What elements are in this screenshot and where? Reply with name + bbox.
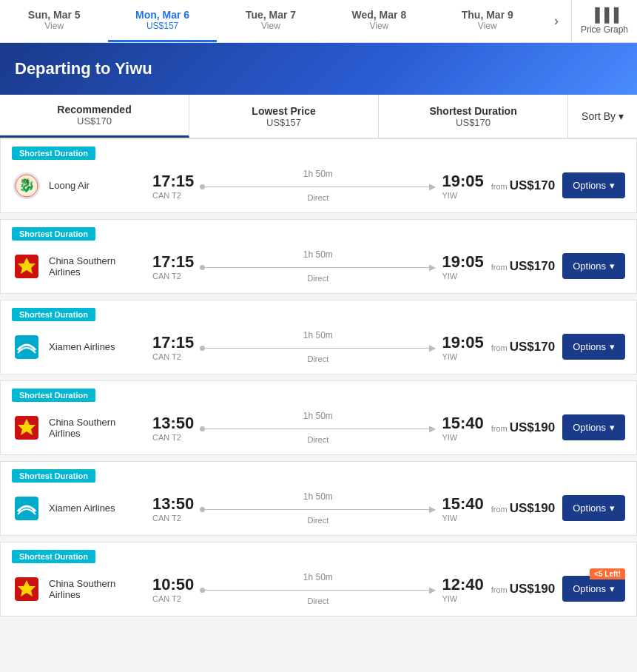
next-dates-arrow[interactable]: › <box>542 0 571 42</box>
flight-stop-type: Direct <box>307 597 328 605</box>
arrival-time: 19:05 <box>442 252 483 272</box>
route-line: ▶ <box>200 504 436 514</box>
options-btn-wrapper: Options ▾ <box>562 414 625 440</box>
date-sublabel: View <box>261 21 280 31</box>
arrival-airport: YIW <box>442 272 483 280</box>
departure-block: 17:15 CAN T2 <box>152 172 194 200</box>
departing-header: Departing to Yiwu <box>0 43 637 95</box>
options-button[interactable]: Options ▾ <box>562 495 625 521</box>
departure-airport: CAN T2 <box>152 272 194 280</box>
sort-recommended-label: Recommended <box>57 104 131 115</box>
price-section: from US$170 Options ▾ <box>491 253 625 279</box>
flight-row: Xiamen Airlines 17:15 CAN T2 1h 50m ▶ Di… <box>1 321 636 374</box>
from-text: from <box>491 505 510 514</box>
flight-duration: 1h 50m <box>303 249 333 260</box>
departure-airport: CAN T2 <box>152 514 194 523</box>
route-line: ▶ <box>200 585 436 595</box>
route-bar <box>205 429 431 429</box>
shortest-duration-badge: Shortest Duration <box>12 389 95 402</box>
flight-line: 1h 50m ▶ Direct <box>200 330 436 363</box>
departure-block: 13:50 CAN T2 <box>152 414 194 442</box>
arrival-time: 15:40 <box>442 414 483 433</box>
sort-shortest-label: Shortest Duration <box>429 105 516 117</box>
route-arrow-icon: ▶ <box>429 423 436 434</box>
options-button[interactable]: Options ▾ <box>562 253 625 279</box>
from-text: from <box>491 424 510 433</box>
departure-airport: CAN T2 <box>152 433 194 442</box>
seats-left-badge: <5 Left! <box>590 568 625 579</box>
xiamen-airlines-logo <box>13 495 40 522</box>
flight-line: 1h 50m ▶ Direct <box>200 169 436 202</box>
arrival-airport: YIW <box>442 433 483 442</box>
date-tab-thu-mar9[interactable]: Thu, Mar 9 View <box>434 0 542 42</box>
chevron-down-icon: ▾ <box>610 341 615 352</box>
options-button[interactable]: Options ▾ <box>562 414 625 440</box>
china-southern-logo <box>13 576 40 602</box>
departure-time: 17:15 <box>152 252 194 272</box>
loong-air-logo: 🐉 <box>13 172 40 199</box>
options-btn-wrapper: Options ▾ <box>562 253 625 279</box>
airline-name: China Southern Airlines <box>49 255 145 278</box>
dep-dot <box>200 184 205 189</box>
sort-by-dropdown[interactable]: Sort By ▾ <box>568 95 637 138</box>
sort-recommended[interactable]: Recommended US$170 <box>0 95 189 138</box>
from-text: from <box>491 263 510 272</box>
options-btn-wrapper: Options ▾ <box>562 334 625 360</box>
price-from-label: from US$190 <box>491 501 556 516</box>
flight-card-flight-2: Shortest Duration China Southern Airline… <box>0 219 637 294</box>
flight-duration: 1h 50m <box>303 330 333 340</box>
flight-card-flight-4: Shortest Duration China Southern Airline… <box>0 380 637 455</box>
price-value: US$170 <box>510 259 555 273</box>
flight-times: 17:15 CAN T2 1h 50m ▶ Direct 19:05 YIW <box>152 249 484 283</box>
route-line: ▶ <box>200 262 436 272</box>
arrival-time: 19:05 <box>442 172 483 191</box>
options-btn-wrapper: Options ▾ <box>562 495 625 521</box>
flight-duration: 1h 50m <box>303 491 333 502</box>
airline-name: China Southern Airlines <box>49 578 145 600</box>
price-from-label: from US$170 <box>491 340 556 355</box>
departure-block: 13:50 CAN T2 <box>152 494 194 523</box>
arrival-airport: YIW <box>442 352 483 361</box>
flight-card-flight-6: Shortest Duration China Southern Airline… <box>0 542 637 616</box>
date-tab-tue-mar7[interactable]: Tue, Mar 7 View <box>217 0 325 42</box>
price-value: US$170 <box>510 178 555 192</box>
departure-time: 10:50 <box>152 575 194 594</box>
sort-shortest-duration[interactable]: Shortest Duration US$170 <box>379 95 568 138</box>
flight-line: 1h 50m ▶ Direct <box>200 411 436 444</box>
flight-times: 17:15 CAN T2 1h 50m ▶ Direct 19:05 YIW <box>152 330 484 363</box>
route-bar <box>205 348 431 349</box>
route-arrow-icon: ▶ <box>429 585 436 595</box>
sort-shortest-price: US$170 <box>456 117 491 128</box>
airline-logo <box>12 494 41 523</box>
price-graph-tab[interactable]: ▐▐▐ Price Graph <box>571 0 637 42</box>
departure-time: 17:15 <box>152 172 194 191</box>
flight-card-flight-5: Shortest Duration Xiamen Airlines 13:50 … <box>0 461 637 536</box>
departure-block: 17:15 CAN T2 <box>152 252 194 280</box>
flight-row: China Southern Airlines 17:15 CAN T2 1h … <box>1 241 636 293</box>
options-button[interactable]: Options ▾ <box>562 172 625 198</box>
options-button[interactable]: Options ▾ <box>562 334 625 360</box>
arrival-block: 19:05 YIW <box>442 252 483 280</box>
price-section: from US$190 Options ▾ <box>491 414 625 440</box>
flight-times: 13:50 CAN T2 1h 50m ▶ Direct 15:40 YIW <box>152 411 484 444</box>
arrival-airport: YIW <box>442 514 483 523</box>
date-label: Sun, Mar 5 <box>28 9 81 21</box>
departure-time: 17:15 <box>152 333 194 352</box>
price-from-label: from US$190 <box>491 420 556 435</box>
route-arrow-icon: ▶ <box>429 343 436 353</box>
airline-logo <box>12 332 41 362</box>
departure-block: 17:15 CAN T2 <box>152 333 194 361</box>
bar-chart-icon: ▐▐▐ <box>590 7 619 23</box>
date-sublabel: View <box>44 21 64 31</box>
options-button[interactable]: Options ▾ <box>562 576 625 602</box>
sort-by-label: Sort By <box>582 110 616 122</box>
date-tab-wed-mar8[interactable]: Wed, Mar 8 View <box>325 0 433 42</box>
date-label: Tue, Mar 7 <box>246 9 296 21</box>
flights-list: Shortest Duration 🐉 Loong Air 17:15 CAN … <box>0 138 637 616</box>
sort-lowest-price[interactable]: Lowest Price US$157 <box>189 95 379 138</box>
date-tab-sun-mar5[interactable]: Sun, Mar 5 View <box>0 0 108 42</box>
sort-bar: Recommended US$170 Lowest Price US$157 S… <box>0 95 637 138</box>
sort-recommended-price: US$170 <box>77 115 112 127</box>
flight-duration: 1h 50m <box>303 572 333 582</box>
date-tab-mon-mar6[interactable]: Mon, Mar 6 US$157 <box>108 0 216 42</box>
